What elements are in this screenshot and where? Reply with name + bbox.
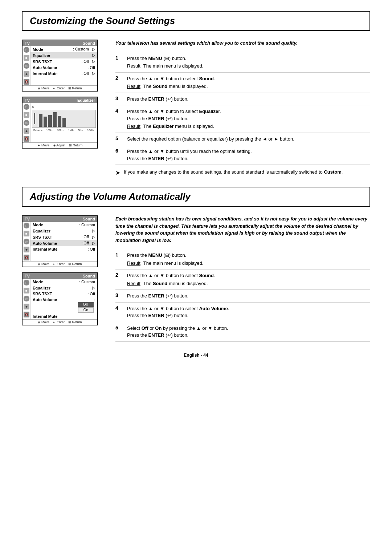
footer-text: English - 44	[184, 353, 208, 358]
tv-menu-1-row-srs: SRS TSXT : Off ▷	[30, 58, 97, 65]
tv-menu-1: TV Sound ◻ ■ ◎ ◈ 🔇 Mode : Cu	[22, 40, 98, 92]
eq-freq-bars	[38, 111, 66, 127]
section1-step-5: 5 Select the required option (balance or…	[115, 133, 370, 146]
tv-menu-3-header: TV Sound	[23, 216, 97, 222]
tv-label-1: TV	[25, 41, 30, 45]
icon-im: 🔇	[24, 79, 29, 85]
tv-menu-4: TV Sound ◻ ■ ◎ ◈ 🔇 Mode : Custom	[22, 272, 98, 325]
m4-icon2: ■	[24, 288, 29, 293]
tv-menu-4-footer: ◈ Move ↵ Enter ⊞ Return	[23, 319, 97, 325]
tv-menu-3-row-eq: Equalizer ▷	[30, 228, 97, 234]
section1-step-6: 6 Press the ▲ or ▼ button until you reac…	[115, 145, 370, 165]
tv-menu-4-row-mode: Mode : Custom	[30, 279, 97, 285]
section2-left-col: TV Sound ◻ ■ ◎ ◈ 🔇 Mode : Custom	[22, 215, 105, 342]
section2-steps: 1 Press the MENU (⊞) button. Result The …	[115, 249, 370, 342]
section2-right-col: Each broadcasting station has its own si…	[115, 215, 370, 342]
tv-menu-1-row-im: Internal Mute : Off ▷	[30, 70, 97, 77]
eq-icon5: 🔇	[24, 136, 29, 142]
eq-bars-container	[32, 110, 96, 128]
eq-bar-6	[62, 118, 66, 127]
eq-bar-5	[58, 116, 61, 127]
tv-menu-4-row-srs: SRS TSXT : Off	[30, 291, 97, 297]
section1-title: Customizing the Sound Settings	[30, 15, 362, 27]
section1-step-3: 3 Press the ENTER (↵) button.	[115, 93, 370, 106]
note-arrow-icon: ➤	[115, 169, 120, 177]
m3-icon1: ◻	[24, 223, 29, 228]
eq-icon4: ◈	[24, 128, 29, 134]
tv-menu-eq-footer: ► Move ◈ Adjust ⊞ Return	[23, 142, 97, 148]
section1-step-2: 2 Press the ▲ or ▼ button to select Soun…	[115, 73, 370, 93]
tv-menu-3-footer: ◈ Move ↵ Enter ⊞ Return	[23, 261, 97, 267]
eq-bar-2	[44, 117, 47, 127]
page-footer: English - 44	[22, 353, 370, 358]
eq-icon2: ■	[24, 112, 29, 118]
tv-menu-1-footer: ◈ Move ↵ Enter ⊞ Return	[23, 85, 97, 91]
section2-title: Adjusting the Volume Automatically	[30, 191, 362, 202]
tv-menu-4-row-im: Internal Mute	[30, 313, 97, 319]
section1-steps: 1 Press the MENU (⊞) button. Result The …	[115, 52, 370, 165]
m3-icon3: ◎	[24, 239, 29, 244]
icon-mode: ◻	[24, 47, 29, 53]
m3-icon2: ■	[24, 231, 29, 236]
icon-srs: ◎	[24, 63, 29, 69]
tv-menu-1-title: Sound	[83, 41, 95, 45]
tv-menu-1-row-av: Auto Volume : Off	[30, 65, 97, 70]
tv-menu-4-row-eq: Equalizer ▷	[30, 285, 97, 291]
section2-intro: Each broadcasting station has its own si…	[115, 215, 370, 244]
section1-left-col: TV Sound ◻ ■ ◎ ◈ 🔇 Mode : Cu	[22, 40, 105, 179]
m3-icon4: ◈	[24, 247, 29, 252]
section1-step-1: 1 Press the MENU (⊞) button. Result The …	[115, 52, 370, 73]
tv-menu-1-header: TV Sound	[23, 40, 97, 46]
eq-balance-label: n	[32, 105, 96, 109]
tv-menu-1-row-eq: Equalizer ▷	[30, 52, 97, 58]
eq-bar-1	[39, 114, 42, 127]
m4-icon4: ◈	[24, 304, 29, 309]
section1-note: ➤ If you make any changes to the sound s…	[115, 165, 370, 179]
eq-icon3: ◎	[24, 120, 29, 126]
tv-menu-3: TV Sound ◻ ■ ◎ ◈ 🔇 Mode : Custom	[22, 215, 98, 267]
eq-bar-4	[53, 112, 57, 127]
m3-icon5: 🔇	[24, 255, 29, 260]
m4-icon3: ◎	[24, 296, 29, 301]
section1-right-col: Your television has several settings whi…	[115, 40, 370, 179]
tv-menu-1-row-mode: Mode : Custom ▷	[30, 46, 97, 52]
section2-step-5: 5 Select Off or On by pressing the ▲ or …	[115, 322, 370, 342]
section2-title-box: Adjusting the Volume Automatically	[22, 187, 370, 207]
m4-icon5: 🔇	[24, 312, 29, 317]
section1-step-4: 4 Press the ▲ or ▼ button to select Equa…	[115, 105, 370, 133]
m4-icon1: ◻	[24, 280, 29, 285]
av-dropdown: Off On	[78, 302, 94, 313]
eq-freq-labels: Balance 100Hz 300Hz 1kHz 3kHz 10kHz	[32, 129, 96, 131]
tv-menu-eq-header: TV Equalizer	[23, 97, 97, 103]
section2-step-1: 1 Press the MENU (⊞) button. Result The …	[115, 249, 370, 269]
eq-bar-3	[48, 115, 52, 127]
eq-icon1: ◻	[24, 104, 29, 110]
tv-menu-3-row-srs: SRS TSXT : Off ▷	[30, 234, 97, 240]
icon-eq: ■	[24, 55, 29, 61]
section2-step-2: 2 Press the ▲ or ▼ button to select Soun…	[115, 269, 370, 290]
tv-menu-eq: TV Equalizer ◻ ■ ◎ ◈ 🔇 n	[22, 97, 98, 149]
section2: Adjusting the Volume Automatically TV So…	[22, 187, 370, 342]
section1: Customizing the Sound Settings TV Sound …	[22, 11, 370, 179]
tv-menu-4-header: TV Sound	[23, 273, 97, 279]
section2-step-4: 4 Press the ▲ or ▼ button to select Auto…	[115, 303, 370, 322]
tv-menu-3-row-mode: Mode : Custom	[30, 222, 97, 228]
eq-balance-bar	[34, 111, 37, 127]
icon-av: ◈	[24, 71, 29, 77]
tv-menu-4-row-av: Auto Volume : Off On	[30, 297, 97, 313]
section1-intro: Your television has several settings whi…	[115, 40, 370, 47]
tv-menu-3-row-im: Internal Mute : Off	[30, 246, 97, 252]
section1-title-box: Customizing the Sound Settings	[22, 11, 370, 31]
section2-step-3: 3 Press the ENTER (↵) button.	[115, 290, 370, 303]
tv-menu-3-row-av: Auto Volume : Off ▷	[30, 240, 97, 246]
